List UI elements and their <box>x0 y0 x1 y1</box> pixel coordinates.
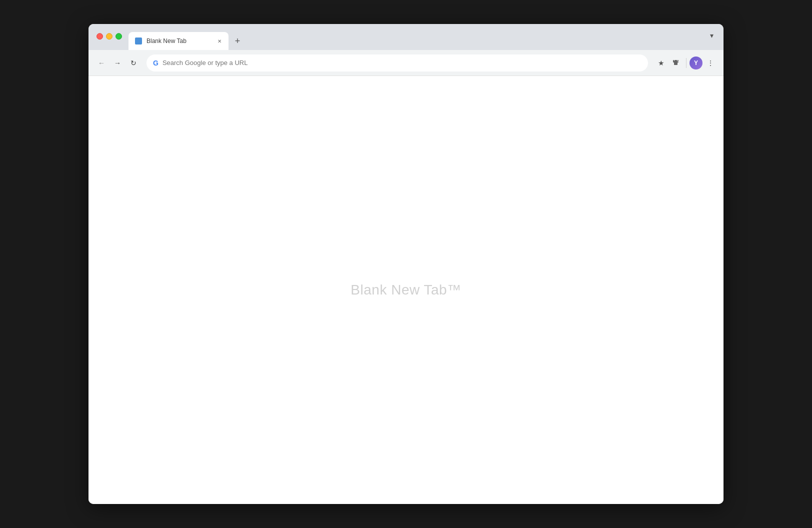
forward-button[interactable]: → <box>110 56 124 70</box>
new-tab-button[interactable]: + <box>230 34 244 48</box>
menu-button[interactable]: ⋮ <box>704 56 718 70</box>
tabs-container: Blank New Tab ✕ + <box>128 24 246 50</box>
traffic-lights <box>96 33 122 40</box>
toolbar: ← → ↻ G ★ Y ⋮ <box>88 50 724 76</box>
back-button[interactable]: ← <box>94 56 108 70</box>
reload-button[interactable]: ↻ <box>126 56 140 70</box>
tab-favicon-image <box>135 38 142 44</box>
page-content: Blank New Tab™ <box>88 76 724 504</box>
page-watermark: Blank New Tab™ <box>350 282 461 298</box>
close-button[interactable] <box>96 33 103 40</box>
minimize-button[interactable] <box>106 33 112 40</box>
bookmark-button[interactable]: ★ <box>654 56 668 70</box>
google-icon: G <box>153 59 158 67</box>
browser-window: Blank New Tab ✕ + ▾ ← → ↻ G ★ <box>88 24 724 504</box>
profile-avatar[interactable]: Y <box>690 56 702 70</box>
toolbar-actions: ★ Y ⋮ <box>654 56 718 70</box>
title-bar: Blank New Tab ✕ + ▾ <box>88 24 724 50</box>
tab-dropdown-button[interactable]: ▾ <box>704 28 718 42</box>
maximize-button[interactable] <box>116 33 122 40</box>
title-bar-right: ▾ <box>704 28 718 42</box>
tab-favicon <box>134 37 142 45</box>
extensions-button[interactable] <box>669 56 683 70</box>
address-bar[interactable]: G <box>146 54 648 72</box>
active-tab[interactable]: Blank New Tab ✕ <box>128 32 228 50</box>
tab-close-button[interactable]: ✕ <box>216 37 224 45</box>
tab-title: Blank New Tab <box>146 38 212 44</box>
toolbar-separator <box>686 58 686 68</box>
address-input[interactable] <box>162 59 642 66</box>
